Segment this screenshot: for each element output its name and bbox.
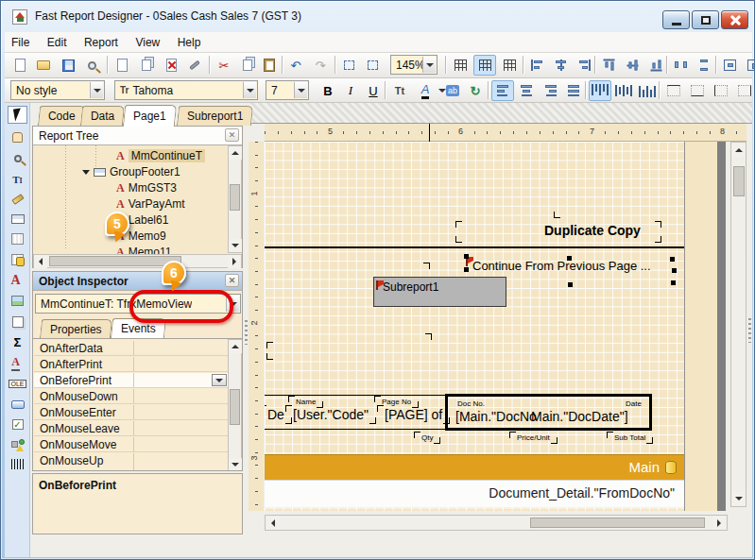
panel-splitter[interactable] [245, 320, 248, 345]
checkbox-object-button[interactable]: ✓ [8, 416, 27, 433]
chevron-down-icon[interactable] [243, 82, 256, 98]
picture-object-button[interactable] [8, 292, 27, 310]
data-dictionary-button[interactable] [8, 250, 27, 268]
text-valign-center-button[interactable] [612, 80, 635, 101]
tab-subreport1[interactable]: Subreport1 [177, 106, 254, 126]
scroll-thumb[interactable] [530, 518, 705, 528]
scroll-right-button[interactable] [712, 517, 726, 530]
new-dialog-button[interactable] [135, 55, 158, 76]
rotation-button[interactable]: ↻ [464, 80, 487, 101]
label-doc-no[interactable]: Doc No. [457, 399, 485, 408]
tree-item-mmcontinuet[interactable]: A MmContinueT [116, 148, 205, 163]
memo-continue-from-previous-page[interactable]: Continue From Previous Page ... [472, 259, 651, 273]
save-report-button[interactable] [57, 55, 79, 76]
text-object-button[interactable]: A [8, 271, 27, 289]
scroll-thumb[interactable] [49, 256, 181, 266]
report-tree-header[interactable]: Report Tree ✕ [33, 127, 242, 145]
label-price-unit[interactable]: Price/Unit [517, 433, 550, 442]
scroll-left-button[interactable] [34, 255, 47, 268]
align-bottoms-button[interactable] [644, 55, 667, 76]
event-row-onmouseenter[interactable]: OnMouseEnter [34, 405, 229, 420]
select-tool-button[interactable] [8, 106, 27, 124]
preview-button[interactable] [80, 55, 103, 76]
text-align-justify-button[interactable] [562, 80, 585, 101]
zoom-tool-button[interactable] [8, 149, 27, 167]
delete-page-button[interactable] [160, 55, 182, 76]
memo-page-of[interactable]: [PAGE] of [385, 407, 442, 422]
center-vertically-button[interactable] [742, 55, 755, 76]
memo-main-docdate[interactable]: Main."DocDate"] [531, 409, 628, 424]
scroll-up-button[interactable] [229, 340, 242, 353]
event-row-onafterdata[interactable]: OnAfterData [34, 341, 229, 356]
scroll-down-button[interactable] [732, 492, 746, 505]
highlight-button[interactable]: ab [441, 80, 464, 101]
label-name[interactable]: Name [296, 398, 316, 406]
frame-left-button[interactable] [710, 80, 732, 101]
system-text-button[interactable]: Σ [8, 333, 27, 351]
inspector-vertical-scrollbar[interactable] [228, 339, 242, 470]
align-to-grid-button[interactable] [473, 55, 496, 76]
frame-right-button[interactable] [733, 80, 755, 101]
cut-button[interactable]: ✂ [213, 55, 235, 76]
selection-handle[interactable] [671, 280, 676, 285]
close-button[interactable] [721, 10, 748, 29]
paste-button[interactable] [258, 55, 281, 76]
chevron-down-icon[interactable] [90, 82, 103, 98]
page-viewport[interactable]: Duplicate Copy Continue From Previous Pa… [265, 142, 728, 511]
format-painter-button[interactable] [8, 190, 27, 208]
event-value-cell[interactable] [133, 405, 229, 419]
redo-button[interactable]: ↷ [309, 55, 332, 76]
tree-vertical-scrollbar[interactable] [228, 145, 242, 253]
event-row-onmousedown[interactable]: OnMouseDown [34, 389, 229, 404]
close-panel-button[interactable]: ✕ [225, 274, 239, 287]
menu-file[interactable]: File [5, 32, 36, 49]
label-date[interactable]: Date [626, 399, 642, 408]
scroll-down-button[interactable] [229, 239, 242, 252]
tree-item-groupfooter1[interactable]: GroupFooter1 [82, 164, 180, 179]
memo-left-partial[interactable]: De [267, 407, 284, 422]
memo-main-docno[interactable]: [Main."DocNo [455, 409, 537, 424]
font-settings-button[interactable]: Tt [388, 80, 411, 101]
event-value-cell[interactable] [133, 357, 229, 371]
scroll-thumb[interactable] [230, 184, 240, 211]
tree-item-mmgst3[interactable]: AMmGST3 [116, 180, 177, 195]
text-align-right-button[interactable] [539, 80, 561, 101]
tree-item-varpayamt[interactable]: AVarPayAmt [116, 196, 184, 212]
close-panel-button[interactable]: ✕ [225, 128, 239, 142]
ole-object-button[interactable]: OLE [8, 375, 27, 393]
zoom-combo[interactable]: 145% [390, 55, 438, 75]
underline-button[interactable]: U [362, 80, 385, 101]
text-edit-tool-button[interactable]: TI [8, 170, 27, 188]
ungroup-button[interactable] [361, 55, 384, 76]
canvas-horizontal-scrollbar[interactable] [265, 515, 728, 531]
memo-duplicate-copy[interactable]: Duplicate Copy [544, 223, 641, 238]
addon-objects-button[interactable] [8, 435, 27, 453]
rich-text-button[interactable]: A [8, 354, 27, 372]
text-valign-top-button[interactable] [589, 80, 611, 101]
label-sub-total[interactable]: Sub Total [614, 433, 645, 442]
detail-band-row[interactable]: Document_Detail."FromDocNo" [265, 480, 684, 507]
bold-button[interactable]: B [317, 80, 339, 101]
event-value-cell[interactable] [133, 437, 229, 451]
tree-horizontal-scrollbar[interactable] [33, 254, 242, 268]
show-grid-button[interactable] [449, 55, 472, 76]
scroll-up-button[interactable] [732, 144, 746, 157]
selection-handle[interactable] [568, 282, 573, 287]
space-vertically-button[interactable] [693, 55, 715, 76]
label-page-no[interactable]: Page No [382, 398, 411, 406]
page-settings-button[interactable] [183, 55, 206, 76]
new-report-button[interactable] [9, 55, 31, 76]
insert-band-button[interactable] [8, 210, 27, 228]
canvas-vertical-scrollbar[interactable] [730, 142, 746, 507]
scroll-up-button[interactable] [229, 146, 242, 160]
chevron-down-icon[interactable] [422, 57, 436, 73]
object-inspector-header[interactable]: Object Inspector ✕ [33, 272, 242, 291]
selection-handle[interactable] [672, 268, 677, 273]
panel-splitter[interactable] [748, 318, 751, 343]
event-value-cell[interactable] [133, 389, 229, 403]
align-tops-button[interactable] [597, 55, 620, 76]
style-combo[interactable]: No style [10, 80, 105, 100]
frame-top-button[interactable] [662, 80, 685, 101]
font-color-button[interactable]: A [411, 80, 439, 101]
scroll-right-button[interactable] [228, 255, 241, 268]
